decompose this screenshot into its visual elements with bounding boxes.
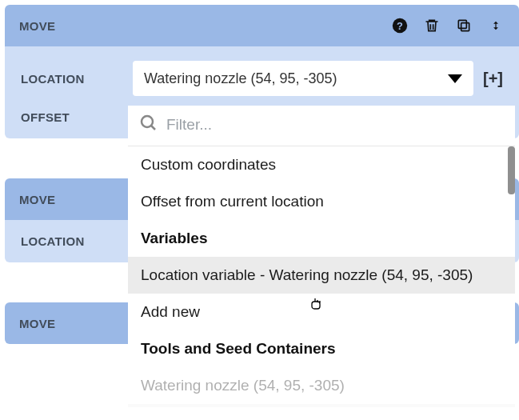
dropdown-filter <box>128 106 515 146</box>
card-header: MOVE ? <box>5 5 519 46</box>
help-icon[interactable]: ? <box>391 17 409 34</box>
dropdown-item-location-variable[interactable]: Location variable - Watering nozzle (54,… <box>128 257 515 294</box>
dropdown-item-offset-from-current[interactable]: Offset from current location <box>128 183 515 220</box>
card-title: MOVE <box>19 317 55 330</box>
svg-line-9 <box>151 126 155 130</box>
add-location-button[interactable]: [+] <box>483 70 503 88</box>
dropdown-list: Custom coordinates Offset from current l… <box>128 146 515 404</box>
trash-icon[interactable] <box>423 17 441 34</box>
location-label: LOCATION <box>21 72 133 86</box>
card-title: MOVE <box>19 19 55 33</box>
location-row: LOCATION Watering nozzle (54, 95, -305) … <box>21 61 503 96</box>
svg-point-8 <box>142 116 153 127</box>
location-dropdown: Custom coordinates Offset from current l… <box>128 106 515 404</box>
dropdown-heading-variables: Variables <box>128 220 515 257</box>
location-select-value: Watering nozzle (54, 95, -305) <box>144 70 337 87</box>
dropdown-item-custom-coordinates[interactable]: Custom coordinates <box>128 146 515 183</box>
offset-label: OFFSET <box>21 110 133 124</box>
card-title: MOVE <box>19 193 55 206</box>
svg-text:?: ? <box>397 20 403 32</box>
card-actions: ? <box>391 17 505 34</box>
reorder-icon[interactable] <box>487 17 505 34</box>
dropdown-item-add-new[interactable]: Add new <box>128 294 515 330</box>
copy-icon[interactable] <box>455 17 473 34</box>
svg-rect-3 <box>458 20 466 28</box>
dropdown-heading-tools: Tools and Seed Containers <box>128 330 515 367</box>
dropdown-item-watering-nozzle[interactable]: Watering nozzle (54, 95, -305) <box>128 367 515 404</box>
search-icon <box>139 114 158 136</box>
svg-rect-2 <box>461 23 469 31</box>
filter-input[interactable] <box>166 116 504 134</box>
location-select[interactable]: Watering nozzle (54, 95, -305) <box>133 61 473 96</box>
scrollbar-thumb[interactable] <box>508 146 515 194</box>
location-label: LOCATION <box>21 234 133 248</box>
chevron-down-icon <box>448 74 462 83</box>
svg-rect-4 <box>495 23 496 28</box>
